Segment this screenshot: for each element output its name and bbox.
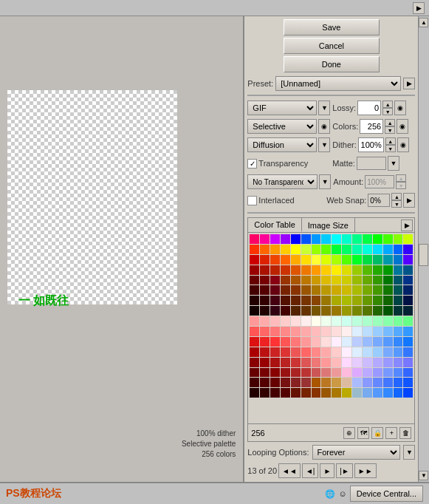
interlaced-checkbox[interactable] — [247, 196, 257, 205]
color-cell[interactable] — [332, 327, 341, 336]
color-cell[interactable] — [383, 358, 393, 367]
color-cell[interactable] — [321, 358, 331, 367]
color-cell[interactable] — [383, 285, 393, 295]
looping-select[interactable]: Forever — [312, 445, 401, 460]
color-cell[interactable] — [352, 388, 362, 398]
color-cell[interactable] — [321, 337, 331, 347]
color-cell[interactable] — [312, 234, 321, 244]
color-cell[interactable] — [403, 265, 413, 275]
color-cell[interactable] — [250, 368, 259, 378]
color-cell[interactable] — [281, 276, 290, 285]
color-cell[interactable] — [332, 265, 341, 275]
color-cell[interactable] — [363, 347, 372, 357]
color-cell[interactable] — [342, 245, 351, 254]
color-cell[interactable] — [281, 347, 290, 357]
color-cell[interactable] — [250, 276, 259, 285]
color-cell[interactable] — [394, 265, 403, 275]
color-cell[interactable] — [260, 296, 270, 305]
color-cell[interactable] — [403, 327, 413, 336]
colors-down[interactable]: ▼ — [385, 126, 395, 134]
color-cell[interactable] — [363, 378, 372, 387]
lossy-up[interactable]: ▲ — [382, 101, 393, 108]
color-cell[interactable] — [250, 347, 259, 357]
btn-prev[interactable]: ◄| — [302, 463, 319, 478]
btn-next[interactable]: |► — [336, 463, 353, 478]
color-cell[interactable] — [332, 378, 341, 387]
color-cell[interactable] — [403, 296, 413, 305]
color-cell[interactable] — [301, 327, 311, 336]
no-transparency-select[interactable]: No Transparency ... — [247, 174, 318, 189]
websnap-arrow[interactable]: ▶ — [403, 193, 415, 208]
color-cell[interactable] — [270, 327, 280, 336]
color-cell[interactable] — [291, 296, 301, 305]
format-select[interactable]: GIF — [247, 101, 317, 115]
cancel-button[interactable]: Cancel — [284, 38, 380, 54]
color-cell[interactable] — [291, 265, 301, 275]
colors-input[interactable] — [360, 119, 383, 134]
color-cell[interactable] — [321, 368, 331, 378]
color-cell[interactable] — [291, 306, 301, 316]
color-cell[interactable] — [291, 276, 301, 285]
color-cell[interactable] — [250, 327, 259, 336]
color-cell[interactable] — [394, 327, 403, 336]
color-cell[interactable] — [342, 388, 351, 398]
color-cell[interactable] — [332, 368, 341, 378]
color-cell[interactable] — [260, 245, 270, 254]
color-cell[interactable] — [332, 358, 341, 367]
color-cell[interactable] — [373, 337, 382, 347]
color-cell[interactable] — [301, 368, 311, 378]
color-cell[interactable] — [383, 296, 393, 305]
color-cell[interactable] — [270, 316, 280, 326]
color-cell[interactable] — [291, 316, 301, 326]
color-cell[interactable] — [250, 245, 259, 254]
color-cell[interactable] — [301, 285, 311, 295]
color-cell[interactable] — [363, 234, 372, 244]
color-cell[interactable] — [312, 255, 321, 265]
color-cell[interactable] — [281, 337, 290, 347]
ct-icon-add[interactable]: + — [385, 427, 397, 439]
color-cell[interactable] — [291, 327, 301, 336]
color-cell[interactable] — [342, 255, 351, 265]
color-cell[interactable] — [383, 234, 393, 244]
color-cell[interactable] — [332, 296, 341, 305]
color-cell[interactable] — [342, 327, 351, 336]
color-cell[interactable] — [270, 285, 280, 295]
device-central-button[interactable]: Device Central... — [350, 486, 423, 502]
color-cell[interactable] — [363, 358, 372, 367]
color-cell[interactable] — [342, 358, 351, 367]
color-cell[interactable] — [403, 358, 413, 367]
color-cell[interactable] — [281, 265, 290, 275]
btn-play[interactable]: ► — [320, 463, 334, 478]
color-cell[interactable] — [312, 358, 321, 367]
preset-options-arrow[interactable]: ▶ — [403, 78, 415, 89]
color-cell[interactable] — [312, 316, 321, 326]
color-cell[interactable] — [373, 276, 382, 285]
color-cell[interactable] — [342, 337, 351, 347]
color-cell[interactable] — [281, 285, 290, 295]
color-cell[interactable] — [312, 378, 321, 387]
color-cell[interactable] — [383, 368, 393, 378]
color-cell[interactable] — [270, 245, 280, 254]
color-cell[interactable] — [352, 337, 362, 347]
color-cell[interactable] — [342, 306, 351, 316]
color-cell[interactable] — [301, 276, 311, 285]
color-cell[interactable] — [301, 245, 311, 254]
no-trans-arrow[interactable]: ▼ — [319, 174, 331, 189]
color-cell[interactable] — [352, 327, 362, 336]
tab-image-size[interactable]: Image Size — [302, 218, 355, 232]
color-cell[interactable] — [363, 306, 372, 316]
color-cell[interactable] — [342, 316, 351, 326]
color-cell[interactable] — [394, 337, 403, 347]
color-cell[interactable] — [342, 378, 351, 387]
lossy-input[interactable] — [357, 101, 381, 115]
color-cell[interactable] — [291, 347, 301, 357]
color-cell[interactable] — [301, 358, 311, 367]
color-cell[interactable] — [270, 255, 280, 265]
color-cell[interactable] — [352, 285, 362, 295]
color-cell[interactable] — [312, 285, 321, 295]
color-cell[interactable] — [291, 234, 301, 244]
color-cell[interactable] — [383, 337, 393, 347]
lossy-down[interactable]: ▼ — [382, 108, 393, 115]
color-cell[interactable] — [250, 316, 259, 326]
color-cell[interactable] — [373, 265, 382, 275]
